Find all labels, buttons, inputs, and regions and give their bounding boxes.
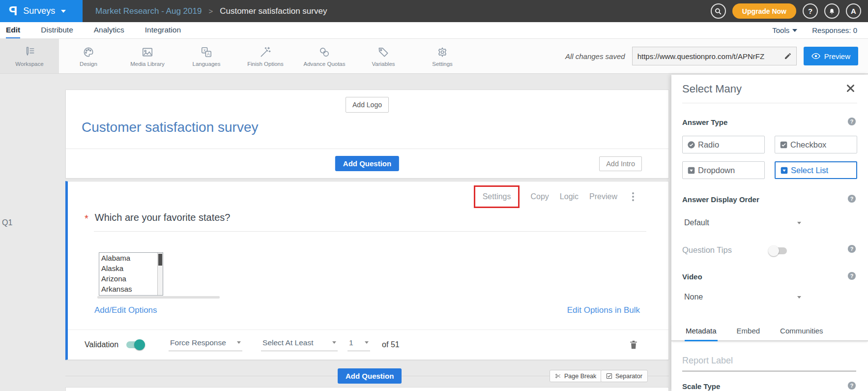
tab-analytics[interactable]: Analytics (94, 22, 124, 38)
image-icon (141, 46, 154, 59)
chevron-down-icon (797, 296, 801, 299)
preview-survey-button[interactable]: Preview (804, 47, 858, 65)
help-icon: ? (847, 117, 856, 126)
avatar-initial: A (851, 7, 856, 15)
close-icon (846, 84, 855, 93)
notifications-button[interactable] (824, 3, 839, 19)
add-logo-button[interactable]: Add Logo (346, 97, 389, 113)
survey-title[interactable]: Customer satisfaction survey (82, 120, 258, 135)
help-icon: ? (847, 381, 856, 390)
tab-integration[interactable]: Integration (145, 22, 181, 38)
tools-label: Tools (772, 26, 789, 34)
close-panel-button[interactable] (846, 84, 855, 95)
add-intro-button[interactable]: Add Intro (599, 156, 642, 171)
validation-toggle[interactable] (126, 341, 144, 348)
toolbar-item-workspace[interactable]: Workspace (0, 39, 59, 73)
toolbar-item-languages[interactable]: xA Languages (177, 39, 236, 73)
edit-options-in-bulk-link[interactable]: Edit Options in Bulk (567, 305, 640, 315)
add-question-button-top[interactable]: Add Question (335, 156, 399, 171)
page-break-icon (555, 373, 561, 379)
edit-url-button[interactable] (780, 47, 796, 65)
answer-select-list[interactable]: Alabama Alaska Arizona Arkansas (99, 252, 163, 296)
scrollbar-thumb[interactable] (158, 254, 162, 266)
separator-button[interactable]: Separator (601, 370, 648, 382)
help-icon: ? (847, 194, 856, 203)
list-horizontal-scrollbar[interactable] (97, 296, 220, 299)
delete-question-button[interactable] (629, 340, 638, 352)
tools-menu[interactable]: Tools (772, 26, 797, 34)
dropdown-icon (687, 166, 695, 175)
list-option[interactable]: Arizona (99, 273, 163, 284)
search-button[interactable] (711, 3, 726, 19)
video-select[interactable]: None (684, 293, 801, 301)
question-menu: Settings Copy Logic Preview (474, 185, 634, 208)
answer-type-checkbox[interactable]: Checkbox (775, 136, 857, 153)
panel-divider (682, 103, 857, 103)
settings-highlight-box: Settings (474, 185, 520, 208)
answer-type-help-button[interactable]: ? (847, 117, 856, 128)
answer-display-order-select[interactable]: Default (684, 218, 801, 227)
question-tips-help-button[interactable]: ? (847, 244, 856, 255)
breadcrumb-project[interactable]: Market Research - Aug 2019 (95, 6, 202, 16)
video-label: Video (682, 272, 702, 281)
required-asterisk: * (85, 212, 88, 225)
validation-count-dropdown[interactable]: 1 (347, 338, 370, 351)
survey-url-input[interactable] (633, 52, 780, 60)
question-preview-button[interactable]: Preview (589, 192, 617, 201)
question-text[interactable]: Which are your favorite states? (95, 212, 231, 223)
list-option[interactable]: Alaska (99, 263, 163, 273)
toolbar-item-variables[interactable]: Variables (354, 39, 413, 73)
validation-rule-dropdown[interactable]: Select At Least (261, 338, 338, 351)
tab-embed[interactable]: Embed (736, 323, 761, 340)
tab-communities[interactable]: Communities (779, 323, 824, 340)
report-label-input[interactable] (682, 353, 856, 371)
app-window: P Surveys Market Research - Aug 2019 > C… (0, 0, 868, 391)
svg-text:A: A (207, 51, 210, 56)
toolbar-item-settings[interactable]: Settings (413, 39, 472, 73)
tab-edit[interactable]: Edit (6, 22, 20, 38)
upgrade-now-button[interactable]: Upgrade Now (732, 3, 796, 19)
scale-type-help-button[interactable]: ? (847, 381, 856, 391)
list-option[interactable]: Alabama (99, 253, 163, 263)
answer-type-radio[interactable]: Radio (682, 136, 765, 153)
question-settings-button[interactable]: Settings (483, 192, 511, 201)
tab-distribute[interactable]: Distribute (41, 22, 73, 38)
questionpro-logo-icon: P (9, 3, 17, 19)
chevron-down-icon (332, 341, 336, 344)
add-edit-options-link[interactable]: Add/Edit Options (94, 305, 157, 315)
add-question-button-bottom[interactable]: Add Question (338, 368, 402, 384)
svg-text:?: ? (850, 119, 854, 124)
chevron-down-icon (797, 222, 801, 224)
panel-title: Select Many (682, 83, 742, 95)
answer-type-dropdown[interactable]: Dropdown (682, 161, 765, 179)
help-button[interactable]: ? (803, 3, 818, 19)
toolbar-item-finish-options[interactable]: Finish Options (236, 39, 295, 73)
question-copy-button[interactable]: Copy (530, 192, 549, 201)
answer-type-select-list[interactable]: Select List (775, 161, 857, 179)
svg-text:?: ? (850, 273, 854, 279)
workspace-icon (23, 46, 36, 59)
surveys-menu[interactable]: P Surveys (0, 0, 83, 22)
toolbar-item-design[interactable]: Design (59, 39, 118, 73)
toolbar-item-advance-quotas[interactable]: Advance Quotas (295, 39, 354, 73)
question-tips-toggle[interactable] (769, 247, 787, 254)
validation-row: Validation Force Response Select At Leas… (68, 330, 668, 360)
surveys-menu-label: Surveys (23, 6, 55, 16)
list-vertical-scrollbar[interactable] (157, 253, 163, 295)
force-response-dropdown[interactable]: Force Response (169, 338, 242, 351)
question-settings-panel: Select Many Answer Type ? Radio Checkbox… (671, 75, 868, 391)
question-number: Q1 (2, 218, 12, 227)
answer-display-order-help-button[interactable]: ? (847, 194, 856, 205)
list-option[interactable]: Arkansas (99, 284, 163, 294)
tab-metadata[interactable]: Metadata (685, 323, 718, 341)
account-avatar[interactable]: A (846, 3, 861, 19)
search-icon (714, 7, 722, 15)
page-break-button[interactable]: Page Break (550, 370, 602, 382)
checkbox-icon (780, 141, 788, 149)
toolbar-item-media-library[interactable]: Media Library (118, 39, 177, 73)
video-help-button[interactable]: ? (847, 271, 856, 282)
question-more-menu[interactable] (632, 192, 634, 201)
responses-count[interactable]: Responses: 0 (812, 26, 857, 34)
question-logic-button[interactable]: Logic (560, 192, 579, 201)
survey-url-group (632, 47, 797, 65)
